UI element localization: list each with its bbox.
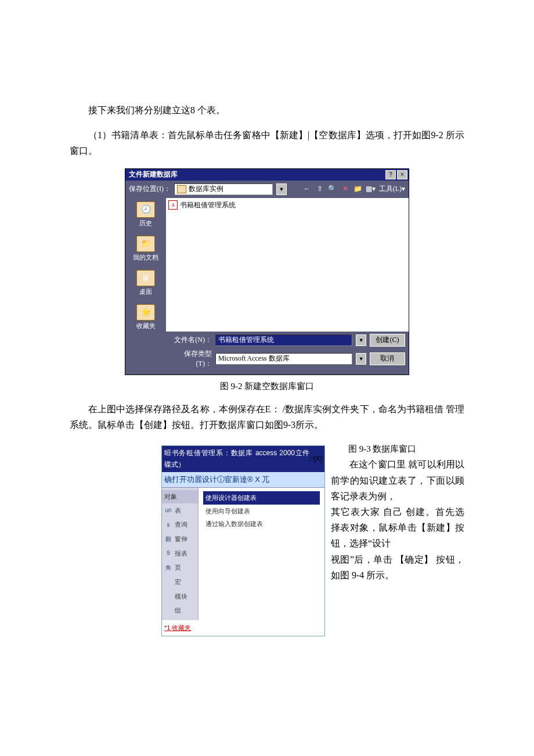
file-new-db-dialog: 文件新建数据库 ? × 保存位置(I)： 数据库实例 ▼ ← ⇧ 🔍 ✕ 📁 ▦… bbox=[125, 168, 409, 375]
file-item-name: 书籍租借管理系统 bbox=[180, 200, 236, 210]
file-list-area[interactable]: A 书籍租借管理系统 bbox=[166, 198, 409, 332]
mydocs-icon: 📁 bbox=[136, 236, 155, 252]
macros-icon bbox=[164, 579, 172, 585]
place-favorites[interactable]: ⭐ 收藏夹 bbox=[125, 304, 166, 330]
object-macros[interactable]: 宏 bbox=[162, 575, 198, 589]
filetype-combo[interactable]: Microsoft Access 数据库 bbox=[215, 353, 352, 365]
place-mydocs[interactable]: 📁 我的文档 bbox=[125, 236, 166, 262]
object-queries[interactable]: s 查询 bbox=[162, 517, 198, 532]
create-table-entering-data[interactable]: 通过输入数据创建表 bbox=[203, 517, 320, 531]
para4-left: 在这个窗口里 bbox=[349, 459, 406, 469]
place-history[interactable]: 🕘 历史 bbox=[125, 201, 166, 228]
dialog-toolbar: 保存位置(I)： 数据库实例 ▼ ← ⇧ 🔍 ✕ 📁 ▦▾ 工具(L)▾ bbox=[125, 181, 409, 198]
file-item[interactable]: A 书籍租借管理系统 bbox=[168, 200, 406, 210]
filetype-value: Microsoft Access 数据库 bbox=[218, 354, 290, 363]
modules-label: 模块 bbox=[175, 591, 187, 602]
delete-icon[interactable]: ✕ bbox=[341, 185, 350, 194]
dbwin-titlebar[interactable]: 晅书务租借管理系：数据库 access 2000立件碟式） □|X| bbox=[162, 446, 324, 472]
para5-left: 其它表大家 自己 bbox=[331, 507, 403, 517]
para6-left: 视图”后，单击 bbox=[331, 555, 392, 564]
up-icon[interactable]: ⇧ bbox=[315, 185, 324, 194]
object-forms[interactable]: 囫 窗伸 bbox=[162, 532, 198, 546]
paragraph-2: （1）书籍清单表：首先鼠标单击任务窗格中【新建】|【空数据库】选项，打开如图9-… bbox=[70, 127, 464, 159]
queries-icon: s bbox=[164, 521, 172, 528]
back-icon[interactable]: ← bbox=[302, 185, 312, 194]
place-favorites-label: 收藏夹 bbox=[136, 322, 156, 330]
filename-input[interactable]: 书籍租借管理系统 bbox=[215, 334, 352, 346]
filename-label: 文件名(N)： bbox=[172, 335, 212, 345]
objects-header: 对象 bbox=[162, 490, 198, 503]
forms-label: 窗伸 bbox=[175, 534, 187, 545]
object-pages[interactable]: 角 页 bbox=[162, 560, 198, 575]
save-location-label: 保存位置(I)： bbox=[129, 184, 171, 194]
views-icon[interactable]: ▦▾ bbox=[366, 185, 376, 194]
location-dropdown-icon[interactable]: ▼ bbox=[276, 183, 287, 195]
groups-label: 组 bbox=[175, 605, 181, 616]
create-table-wizard[interactable]: 使用向导创建表 bbox=[203, 505, 320, 518]
save-location-value: 数据库实例 bbox=[189, 184, 223, 194]
cancel-button[interactable]: 取消 bbox=[370, 352, 405, 365]
object-modules[interactable]: 模块 bbox=[162, 589, 198, 604]
access-file-icon: A bbox=[168, 200, 178, 210]
filetype-label: 保存类型(T)： bbox=[172, 349, 212, 369]
place-history-label: 历史 bbox=[139, 219, 152, 228]
save-location-combo[interactable]: 数据库实例 bbox=[174, 183, 273, 195]
forms-icon: 囫 bbox=[164, 536, 172, 542]
reports-icon: 9 bbox=[164, 550, 172, 556]
tools-menu[interactable]: 工具(L)▾ bbox=[379, 184, 405, 194]
search-icon[interactable]: 🔍 bbox=[328, 185, 337, 194]
folder-icon bbox=[177, 185, 186, 193]
place-desktop[interactable]: 🖥 桌面 bbox=[125, 270, 166, 296]
dbwin-title-text: 晅书务租借管理系：数据库 access 2000立件碟式） bbox=[164, 447, 310, 471]
close-button[interactable]: × bbox=[397, 170, 407, 179]
tables-icon: un bbox=[164, 507, 172, 513]
newfolder-icon[interactable]: 📁 bbox=[353, 185, 363, 194]
dbwin-window-controls[interactable]: □|X| bbox=[310, 453, 323, 465]
filename-dropdown-icon[interactable]: ▼ bbox=[356, 334, 366, 346]
macros-label: 宏 bbox=[175, 577, 181, 588]
database-window: 晅书务租借管理系：数据库 access 2000立件碟式） □|X| 确打开功麗… bbox=[161, 445, 325, 636]
paragraph-3: 在上图中选择保存路径及名称，本例保存在E： /数据库实例文件夹下，命名为书籍租借… bbox=[70, 401, 464, 433]
help-button[interactable]: ? bbox=[385, 170, 396, 179]
create-table-design-view[interactable]: 使用设计器创建表 bbox=[203, 491, 320, 505]
reports-label: 报表 bbox=[175, 548, 187, 559]
object-groups[interactable]: 组 bbox=[162, 603, 198, 618]
queries-label: 查询 bbox=[175, 519, 187, 530]
dbwin-main-area: 使用设计器创建表 使用向导创建表 通过输入数据创建表 bbox=[199, 488, 324, 620]
place-desktop-label: 桌面 bbox=[139, 287, 152, 296]
groups-icon bbox=[164, 607, 172, 614]
tables-label: 表 bbox=[175, 505, 181, 516]
dialog-title: 文件新建数据库 bbox=[127, 170, 178, 179]
object-tables[interactable]: un 表 bbox=[162, 503, 198, 518]
filename-value: 书籍租借管理系统 bbox=[218, 335, 274, 345]
object-reports[interactable]: 9 报表 bbox=[162, 546, 198, 561]
dbwin-toolbar[interactable]: 确打开功麗设计ⓘ宦新達® X 兀 bbox=[162, 472, 324, 488]
figure-9-2-caption: 图 9-2 新建空数据库窗口 bbox=[70, 381, 464, 392]
create-button[interactable]: 创建(C) bbox=[370, 334, 405, 347]
pages-label: 页 bbox=[175, 562, 181, 573]
place-mydocs-label: 我的文档 bbox=[133, 253, 158, 262]
places-bar: 🕘 历史 📁 我的文档 🖥 桌面 ⭐ 收藏夹 bbox=[125, 198, 166, 332]
history-icon: 🕘 bbox=[136, 201, 155, 218]
filetype-dropdown-icon[interactable]: ▼ bbox=[356, 353, 366, 365]
dbwin-objects-panel: 对象 un 表 s 查询 囫 窗伸 bbox=[162, 488, 199, 620]
paragraph-1: 接下来我们将分别建立这8 个表。 bbox=[70, 102, 464, 118]
modules-icon bbox=[164, 593, 172, 599]
dbwin-favorites[interactable]: *1 收藏夹 bbox=[162, 620, 324, 636]
desktop-icon: 🖥 bbox=[136, 270, 155, 286]
pages-icon: 角 bbox=[164, 564, 172, 571]
dialog-titlebar[interactable]: 文件新建数据库 ? × bbox=[125, 169, 409, 181]
favorites-icon: ⭐ bbox=[136, 304, 155, 321]
